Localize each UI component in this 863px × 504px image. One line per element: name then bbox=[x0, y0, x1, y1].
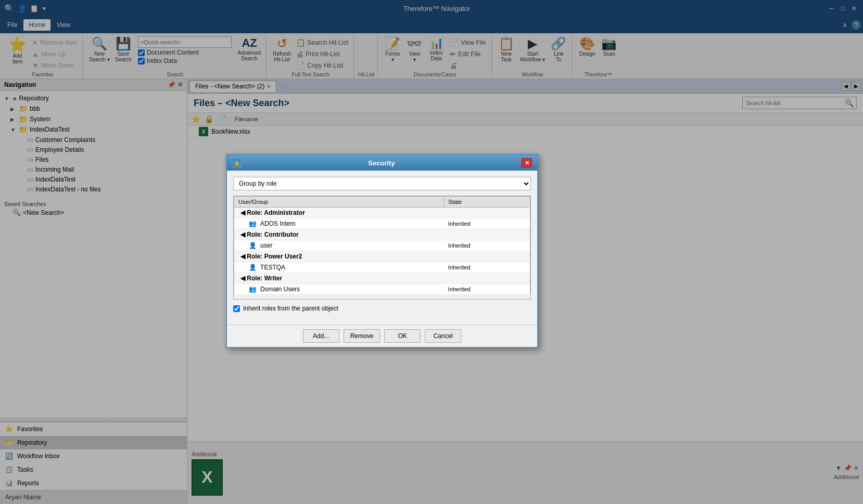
testqa-label: TESTQA bbox=[260, 264, 285, 271]
security-table: User/Group State ◀ Role: Administrator bbox=[234, 196, 530, 295]
ok-button[interactable]: OK bbox=[384, 329, 421, 343]
ados-label: ADOS Intem bbox=[260, 220, 295, 227]
role-poweruser2-cell: ◀ Role: Power User2 bbox=[234, 251, 444, 262]
table-row-testqa[interactable]: 👤 TESTQA Inherited bbox=[234, 262, 530, 273]
inherit-checkbox-row: Inherit roles from the parent object bbox=[233, 305, 531, 312]
role-admin-expander: ◀ bbox=[240, 209, 247, 216]
dialog-app-icon: 🔒 bbox=[232, 158, 242, 167]
cancel-button[interactable]: Cancel bbox=[425, 329, 461, 343]
testqa-state: Inherited bbox=[444, 262, 530, 273]
role-contributor-state bbox=[444, 229, 530, 240]
table-row-domain-users[interactable]: 👥 Domain Users Inherited bbox=[234, 284, 530, 295]
table-row-ados[interactable]: 👥 ADOS Intem Inherited bbox=[234, 218, 530, 229]
table-row-role-contributor[interactable]: ◀ Role: Contributor bbox=[234, 229, 530, 240]
dialog-dropdown-row: Group by role Group by user All bbox=[233, 177, 531, 190]
role-writer-cell: ◀ Role: Writer bbox=[234, 273, 444, 284]
role-poweruser2-label: Role: Power User2 bbox=[247, 253, 302, 260]
table-row-role-writer[interactable]: ◀ Role: Writer bbox=[234, 273, 530, 284]
user-icon-testqa: 👤 bbox=[249, 264, 257, 271]
user-icon-user: 👤 bbox=[249, 242, 257, 249]
dialog-overlay: 🔒 Security ✕ Group by role Group by user… bbox=[0, 0, 863, 504]
domain-users-label: Domain Users bbox=[260, 286, 300, 293]
role-poweruser2-state bbox=[444, 251, 530, 262]
role-contributor-cell: ◀ Role: Contributor bbox=[234, 229, 444, 240]
role-admin-state bbox=[444, 208, 530, 218]
dialog-body: Group by role Group by user All User/Gro… bbox=[227, 171, 537, 325]
user-state: Inherited bbox=[444, 240, 530, 251]
role-writer-expander: ◀ bbox=[240, 275, 247, 282]
remove-button[interactable]: Remove bbox=[344, 329, 380, 343]
add-button[interactable]: Add... bbox=[303, 329, 339, 343]
col-user-group: User/Group bbox=[234, 197, 444, 208]
security-dialog: 🔒 Security ✕ Group by role Group by user… bbox=[226, 154, 538, 348]
dialog-titlebar: 🔒 Security ✕ bbox=[227, 155, 537, 171]
role-writer-state bbox=[444, 273, 530, 284]
inherit-label: Inherit roles from the parent object bbox=[243, 305, 338, 312]
role-admin-label: Role: Administrator bbox=[247, 209, 305, 216]
ados-state: Inherited bbox=[444, 218, 530, 229]
table-row-role-poweruser2[interactable]: ◀ Role: Power User2 bbox=[234, 251, 530, 262]
group-icon-ados: 👥 bbox=[249, 220, 257, 227]
domain-users-state: Inherited bbox=[444, 284, 530, 295]
role-writer-label: Role: Writer bbox=[247, 275, 282, 282]
dialog-title: Security bbox=[242, 159, 522, 167]
testqa-cell: 👤 TESTQA bbox=[234, 262, 444, 273]
dialog-footer: Add... Remove OK Cancel bbox=[227, 325, 537, 347]
table-row-role-admin[interactable]: ◀ Role: Administrator bbox=[234, 208, 530, 218]
user-cell: 👤 user bbox=[234, 240, 444, 251]
security-table-area: User/Group State ◀ Role: Administrator bbox=[233, 196, 531, 300]
user-label: user bbox=[260, 242, 272, 249]
group-by-dropdown[interactable]: Group by role Group by user All bbox=[233, 177, 531, 190]
ados-cell: 👥 ADOS Intem bbox=[234, 218, 444, 229]
dialog-close-btn[interactable]: ✕ bbox=[522, 158, 532, 167]
role-poweruser2-expander: ◀ bbox=[240, 253, 247, 260]
role-contributor-label: Role: Contributor bbox=[247, 231, 298, 238]
table-header-row: User/Group State bbox=[234, 197, 530, 208]
role-admin-expander-cell: ◀ Role: Administrator bbox=[234, 208, 444, 218]
group-icon-domain: 👥 bbox=[249, 286, 257, 293]
table-row-user[interactable]: 👤 user Inherited bbox=[234, 240, 530, 251]
domain-users-cell: 👥 Domain Users bbox=[234, 284, 444, 295]
role-contributor-expander: ◀ bbox=[240, 231, 247, 238]
inherit-checkbox[interactable] bbox=[233, 305, 240, 312]
col-state: State bbox=[444, 197, 530, 208]
